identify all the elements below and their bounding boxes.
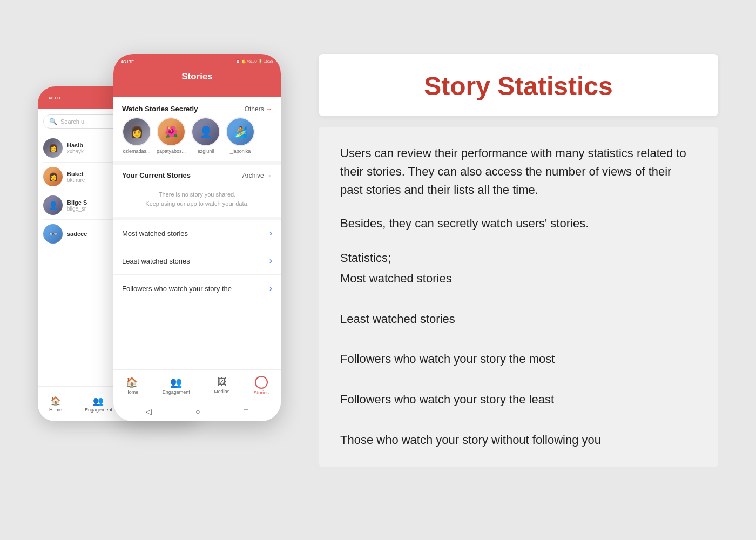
user-info: Hasib xxbayk [67,142,84,154]
avatar: 🌺 [157,117,186,146]
nav-medias[interactable]: 🖼 Medias [214,376,230,394]
page-title: Story Statistics [340,71,697,101]
avatar: 👩 [43,167,63,186]
stories-row: 👩 ozlemadas... 🌺 papatyabos... 👤 [113,117,281,165]
stats-list-item: Those who watch your story without follo… [340,430,697,450]
back-status-left: 4G LTE [49,96,62,100]
avatar-image: 👩 [123,118,150,145]
engagement-icon: 👥 [170,376,182,388]
engagement-label: Engagement [85,407,112,413]
nav-engagement[interactable]: 👥 Engagement [85,396,112,413]
home-label: Home [49,407,62,413]
avatar-image: 🏄 [227,118,254,145]
story-item[interactable]: 👩 ozlemadas... [122,117,151,154]
archive-link[interactable]: Archive → [242,172,272,179]
home-icon: 🏠 [126,376,138,388]
chevron-right-icon: › [269,228,272,238]
front-status-left: 4G LTE [121,60,134,64]
nav-home[interactable]: 🏠 Home [49,396,62,413]
search-text: Search u [60,118,84,125]
front-body: Watch Stories Secretly Others → 👩 ozlema… [113,97,281,421]
main-container: 4G LTE 🔋 🔍 Search u 👩 Hasib xxbayk [27,32,729,508]
medias-icon: 🖼 [217,376,227,388]
user-name: Buket [67,171,85,177]
stories-circle-icon [255,376,268,389]
user-info: Bilge S bilge_sr [67,199,87,212]
story-username: papatyabos... [157,148,186,154]
avatar: 🏄 [226,117,255,146]
nav-engagement[interactable]: 👥 Engagement [163,376,190,395]
stat-most-watched[interactable]: Most watched stories › [113,220,281,247]
front-bottom-nav: 🏠 Home 👥 Engagement 🖼 Medias Stories [113,369,281,401]
title-card: Story Statistics [319,54,718,116]
medias-label: Medias [214,389,230,394]
engagement-label: Engagement [163,389,190,395]
recent-button[interactable]: □ [244,407,248,416]
front-status-right: ⏰ 🔔 %100 🔋 16:38 [235,59,273,64]
user-handle: bilge_sr [67,206,87,212]
no-story-text-2: Keep using our app to watch your data. [122,199,272,208]
description-paragraph-1: Users can review their performance with … [340,144,697,199]
back-button[interactable]: ◁ [146,407,152,416]
description-area: Users can review their performance with … [319,127,718,467]
stat-followers-label: Followers who watch your story the [122,285,232,293]
story-username: ezgiunil [198,148,214,154]
stat-most-watched-label: Most watched stories [122,230,188,238]
watch-secretly-section: Watch Stories Secretly Others → [113,97,281,117]
chevron-right-icon: › [269,256,272,266]
user-name: Hasib [67,142,84,148]
stats-list: Statistics; Most watched stories Least w… [340,248,697,450]
others-link[interactable]: Others → [245,105,272,113]
sys-buttons-bar: ◁ ○ □ [113,407,281,416]
user-handle: xxbayk [67,148,84,154]
front-header-title: Stories [113,69,281,82]
stats-list-item: Least watched stories [340,309,697,329]
story-item[interactable]: 🌺 papatyabos... [157,117,186,154]
stories-label: Stories [254,390,269,395]
text-panel: Story Statistics Users can review their … [319,54,718,467]
phone-front: 4G LTE ⏰ 🔔 %100 🔋 16:38 Stories Watch St… [113,54,281,421]
stats-list-title: Statistics; [340,251,391,265]
no-story-text-1: There is no story you shared. [122,190,272,199]
engagement-icon: 👥 [93,396,104,406]
watch-secretly-label: Watch Stories Secretly [122,105,198,113]
no-story-box: There is no story you shared. Keep using… [113,184,281,220]
home-button[interactable]: ○ [195,407,200,416]
story-username: ozlemadas... [123,148,150,154]
user-info: sadece [67,231,87,237]
avatar: 👤 [43,195,63,215]
stat-least-watched[interactable]: Least watched stories › [113,247,281,275]
user-handle: bktnure [67,177,85,183]
chevron-right-icon: › [269,284,272,293]
user-name: Bilge S [67,199,87,206]
avatar: 👓 [43,224,63,244]
current-stories-label: Your Current Stories [122,171,191,179]
stats-list-item: Followers who watch your story the most [340,349,697,369]
front-status-bar: 4G LTE ⏰ 🔔 %100 🔋 16:38 [113,54,281,69]
stat-followers-watch[interactable]: Followers who watch your story the › [113,275,281,302]
avatar: 👩 [122,117,151,146]
avatar: 👤 [191,117,220,146]
home-icon: 🏠 [50,396,61,406]
search-icon: 🔍 [49,118,57,125]
story-username: _japonika [230,148,251,154]
stats-list-item: Followers who watch your story the least [340,389,697,409]
avatar: 👩 [43,138,63,158]
home-label: Home [125,389,138,395]
story-item[interactable]: 🏄 _japonika [226,117,255,154]
nav-stories[interactable]: Stories [254,376,269,395]
stat-least-watched-label: Least watched stories [122,257,190,265]
user-name: sadece [67,231,87,237]
description-paragraph-2: Besides, they can secretly watch users' … [340,214,697,233]
avatar-image: 👤 [192,118,219,145]
avatar-image: 🌺 [158,118,185,145]
user-info: Buket bktnure [67,171,85,183]
story-item[interactable]: 👤 ezgiunil [191,117,220,154]
front-header: 4G LTE ⏰ 🔔 %100 🔋 16:38 Stories [113,54,281,97]
phones-area: 4G LTE 🔋 🔍 Search u 👩 Hasib xxbayk [38,54,297,486]
nav-home[interactable]: 🏠 Home [125,376,138,395]
stats-list-item: Most watched stories [340,268,697,288]
current-stories-section: Your Current Stories Archive → [113,165,281,184]
